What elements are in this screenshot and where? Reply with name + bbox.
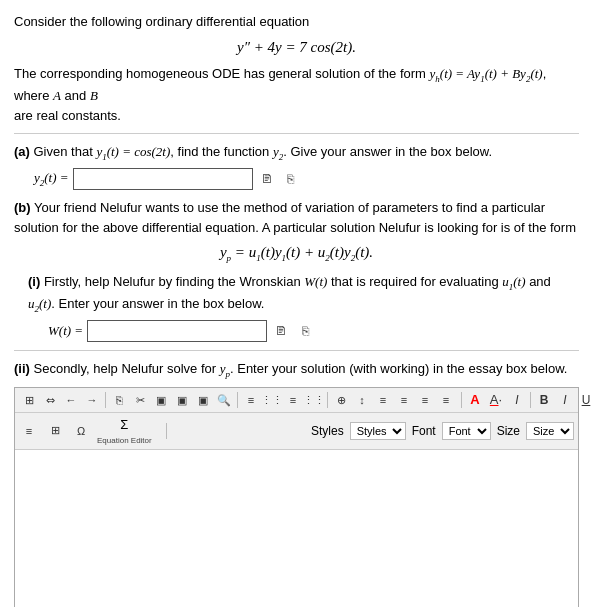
part-a-file-icon[interactable]: 🖹	[257, 169, 277, 189]
styles-dropdown[interactable]: Styles	[350, 422, 406, 440]
sep-2	[237, 392, 238, 408]
homogeneous-text: The corresponding homogeneous ODE has ge…	[14, 64, 579, 125]
sep-1	[105, 392, 106, 408]
font-label: Font	[412, 422, 436, 440]
tb-underline-btn[interactable]: U	[576, 390, 593, 410]
intro-text: Consider the following ordinary differen…	[14, 12, 579, 32]
font-dropdown[interactable]: Font	[442, 422, 491, 440]
sep-3	[327, 392, 328, 408]
size-dropdown[interactable]: Size	[526, 422, 574, 440]
tb-align4-icon[interactable]: ≡	[436, 390, 456, 410]
tb-list1-icon[interactable]: ≡	[241, 390, 261, 410]
tb-box2-icon[interactable]: ▣	[172, 390, 192, 410]
editor-toolbar-bottom: ≡ ⊞ Ω Σ Equation Editor Styles Styles Fo…	[15, 413, 578, 450]
tb-search-icon[interactable]: 🔍	[214, 390, 234, 410]
divider-2	[14, 350, 579, 351]
intro-section: Consider the following ordinary differen…	[14, 12, 579, 125]
tb-list3-icon[interactable]: ≡	[283, 390, 303, 410]
tb-align3-icon[interactable]: ≡	[415, 390, 435, 410]
tb-right-icon[interactable]: →	[82, 390, 102, 410]
part-b-i-answer-row: W(t) = 🖹 ⎘	[48, 320, 579, 342]
tb-box3-icon[interactable]: ▣	[193, 390, 213, 410]
tb-table-icon[interactable]: ⊞	[45, 421, 65, 441]
tb-align2-icon[interactable]: ≡	[394, 390, 414, 410]
editor-body[interactable]	[15, 450, 578, 607]
tb-list4-icon[interactable]: ⋮⋮	[304, 390, 324, 410]
tb-color-A[interactable]: A	[465, 390, 485, 410]
tb-align1-icon[interactable]: ≡	[373, 390, 393, 410]
tb-left-icon[interactable]: ←	[61, 390, 81, 410]
tb-copy-icon[interactable]: ⎘	[109, 390, 129, 410]
tb-italic-I[interactable]: I	[507, 390, 527, 410]
tb-italic-btn[interactable]: I	[555, 390, 575, 410]
part-a-answer-row: y2(t) = 🖹 ⎘	[34, 168, 579, 190]
wronskian-copy-icon[interactable]: ⎘	[295, 321, 315, 341]
styles-label: Styles	[311, 422, 344, 440]
part-b-text: (b) Your friend Nelufur wants to use the…	[14, 198, 579, 237]
tb-plus-icon[interactable]: ⊕	[331, 390, 351, 410]
tb-cut-icon[interactable]: ✂	[130, 390, 150, 410]
part-b-i-text: (i) Firstly, help Nelufur by finding the…	[28, 272, 579, 316]
editor-toolbar-top: ⊞ ⇔ ← → ⎘ ✂ ▣ ▣ ▣ 🔍 ≡ ⋮⋮ ≡ ⋮⋮	[15, 388, 578, 413]
part-a-copy-icon[interactable]: ⎘	[281, 169, 301, 189]
sep-6	[166, 423, 167, 439]
sep-5	[530, 392, 531, 408]
tb-highlight-A[interactable]: A·	[486, 390, 506, 410]
wronskian-label: W(t) =	[48, 321, 83, 341]
toolbar-icon-row-1: ⊞ ⇔ ← → ⎘ ✂ ▣ ▣ ▣ 🔍 ≡ ⋮⋮ ≡ ⋮⋮	[19, 390, 593, 410]
tb-box1-icon[interactable]: ▣	[151, 390, 171, 410]
size-label: Size	[497, 422, 520, 440]
part-a-section: (a) Given that y1(t) = cos(2t), find the…	[14, 142, 579, 190]
part-a-input[interactable]	[73, 168, 253, 190]
essay-editor: ⊞ ⇔ ← → ⎘ ✂ ▣ ▣ ▣ 🔍 ≡ ⋮⋮ ≡ ⋮⋮	[14, 387, 579, 607]
main-equation: y″ + 4y = 7 cos(2t).	[14, 36, 579, 59]
part-a-label: y2(t) =	[34, 168, 69, 190]
tb-grid-icon[interactable]: ⊞	[19, 390, 39, 410]
tb-updown-icon[interactable]: ↕	[352, 390, 372, 410]
divider-1	[14, 133, 579, 134]
part-b-ii-text: (ii) Secondly, help Nelufur solve for yp…	[14, 359, 579, 381]
tb-arrows-icon[interactable]: ⇔	[40, 390, 60, 410]
part-a-text: (a) Given that y1(t) = cos(2t), find the…	[14, 142, 579, 164]
yp-equation: yp = u1(t)y1(t) + u2(t)y2(t).	[14, 241, 579, 266]
wronskian-file-icon[interactable]: 🖹	[271, 321, 291, 341]
sep-4	[461, 392, 462, 408]
part-b-ii-section: (ii) Secondly, help Nelufur solve for yp…	[14, 359, 579, 607]
format-dropdowns: Styles Styles Font Font Size Size	[311, 422, 574, 440]
equation-editor-btn[interactable]: Σ Equation Editor	[97, 415, 152, 447]
tb-rows-icon[interactable]: ≡	[19, 421, 39, 441]
tb-omega-icon[interactable]: Ω	[71, 421, 91, 441]
wronskian-input[interactable]	[87, 320, 267, 342]
part-b-section: (b) Your friend Nelufur wants to use the…	[14, 198, 579, 607]
tb-list2-icon[interactable]: ⋮⋮	[262, 390, 282, 410]
part-b-i-section: (i) Firstly, help Nelufur by finding the…	[28, 272, 579, 342]
tb-bold-btn[interactable]: B	[534, 390, 554, 410]
